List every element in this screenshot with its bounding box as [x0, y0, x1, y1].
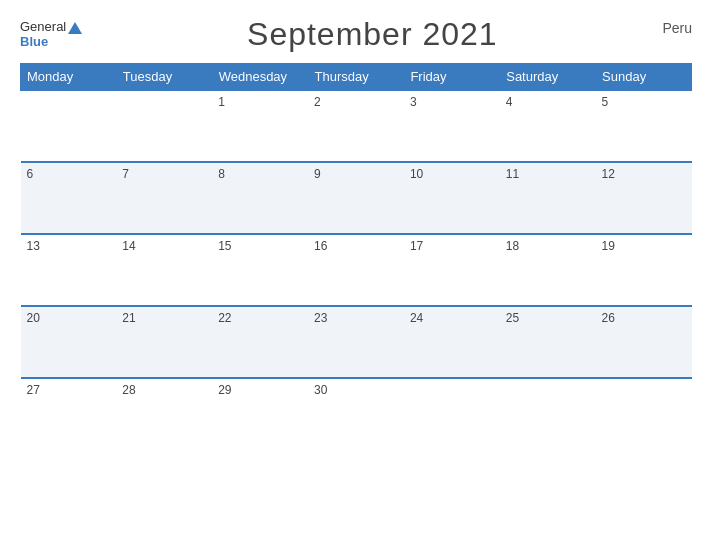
header-thursday: Thursday: [308, 64, 404, 91]
calendar-day-cell: 14: [116, 234, 212, 306]
calendar-day-cell: 26: [596, 306, 692, 378]
calendar-title: September 2021: [247, 16, 498, 53]
calendar-day-cell: 6: [21, 162, 117, 234]
calendar-day-cell: 16: [308, 234, 404, 306]
calendar-day-cell: 8: [212, 162, 308, 234]
calendar-day-cell: 22: [212, 306, 308, 378]
calendar-day-cell: 24: [404, 306, 500, 378]
day-number: 30: [314, 383, 327, 397]
calendar-week-row: 20212223242526: [21, 306, 692, 378]
day-number: 26: [602, 311, 615, 325]
calendar-week-row: 13141516171819: [21, 234, 692, 306]
calendar-day-cell: 12: [596, 162, 692, 234]
day-number: 8: [218, 167, 225, 181]
calendar-day-cell: 27: [21, 378, 117, 450]
calendar-day-cell: 7: [116, 162, 212, 234]
logo: General Blue: [20, 20, 82, 49]
calendar-week-row: 6789101112: [21, 162, 692, 234]
calendar-day-cell: 11: [500, 162, 596, 234]
day-number: 27: [27, 383, 40, 397]
day-number: 10: [410, 167, 423, 181]
day-number: 6: [27, 167, 34, 181]
day-number: 17: [410, 239, 423, 253]
weekday-header-row: Monday Tuesday Wednesday Thursday Friday…: [21, 64, 692, 91]
calendar-week-row: 27282930: [21, 378, 692, 450]
calendar-day-cell: 17: [404, 234, 500, 306]
day-number: 11: [506, 167, 519, 181]
logo-general-text: General: [20, 20, 82, 34]
day-number: 14: [122, 239, 135, 253]
calendar-day-cell: [500, 378, 596, 450]
day-number: 22: [218, 311, 231, 325]
calendar-day-cell: 25: [500, 306, 596, 378]
calendar-week-row: 12345: [21, 90, 692, 162]
calendar-header: General Blue September 2021 Peru: [20, 16, 692, 53]
day-number: 5: [602, 95, 609, 109]
header-sunday: Sunday: [596, 64, 692, 91]
header-friday: Friday: [404, 64, 500, 91]
day-number: 13: [27, 239, 40, 253]
day-number: 28: [122, 383, 135, 397]
calendar-day-cell: 9: [308, 162, 404, 234]
header-monday: Monday: [21, 64, 117, 91]
day-number: 16: [314, 239, 327, 253]
calendar-container: General Blue September 2021 Peru Monday …: [0, 0, 712, 550]
header-tuesday: Tuesday: [116, 64, 212, 91]
day-number: 9: [314, 167, 321, 181]
calendar-day-cell: [596, 378, 692, 450]
day-number: 23: [314, 311, 327, 325]
day-number: 18: [506, 239, 519, 253]
calendar-day-cell: 1: [212, 90, 308, 162]
calendar-day-cell: 5: [596, 90, 692, 162]
day-number: 3: [410, 95, 417, 109]
calendar-day-cell: 2: [308, 90, 404, 162]
day-number: 2: [314, 95, 321, 109]
calendar-day-cell: 30: [308, 378, 404, 450]
calendar-day-cell: 20: [21, 306, 117, 378]
calendar-day-cell: 3: [404, 90, 500, 162]
calendar-day-cell: 15: [212, 234, 308, 306]
day-number: 4: [506, 95, 513, 109]
day-number: 15: [218, 239, 231, 253]
calendar-table: Monday Tuesday Wednesday Thursday Friday…: [20, 63, 692, 450]
calendar-day-cell: 29: [212, 378, 308, 450]
calendar-day-cell: 13: [21, 234, 117, 306]
day-number: 25: [506, 311, 519, 325]
calendar-day-cell: [116, 90, 212, 162]
country-label: Peru: [662, 20, 692, 36]
day-number: 7: [122, 167, 129, 181]
header-saturday: Saturday: [500, 64, 596, 91]
calendar-day-cell: 19: [596, 234, 692, 306]
day-number: 21: [122, 311, 135, 325]
logo-blue-text: Blue: [20, 35, 48, 49]
day-number: 29: [218, 383, 231, 397]
day-number: 20: [27, 311, 40, 325]
day-number: 1: [218, 95, 225, 109]
calendar-day-cell: 10: [404, 162, 500, 234]
day-number: 12: [602, 167, 615, 181]
calendar-day-cell: 18: [500, 234, 596, 306]
header-wednesday: Wednesday: [212, 64, 308, 91]
calendar-day-cell: 23: [308, 306, 404, 378]
calendar-day-cell: 28: [116, 378, 212, 450]
calendar-day-cell: [21, 90, 117, 162]
calendar-day-cell: 4: [500, 90, 596, 162]
logo-triangle-icon: [68, 22, 82, 34]
day-number: 19: [602, 239, 615, 253]
calendar-day-cell: 21: [116, 306, 212, 378]
day-number: 24: [410, 311, 423, 325]
calendar-day-cell: [404, 378, 500, 450]
